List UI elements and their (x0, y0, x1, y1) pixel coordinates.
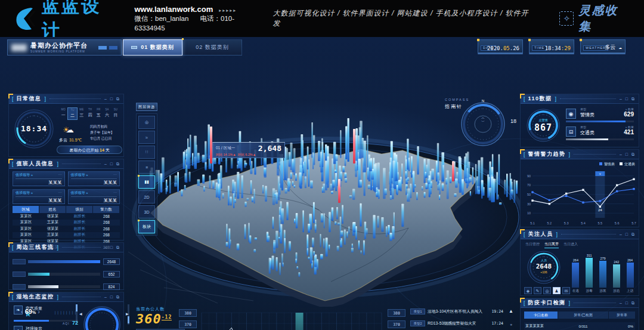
bar (572, 263, 579, 288)
wechat-text: 微信：ben_lanlan (135, 15, 189, 22)
flow-value: 2648 (103, 258, 120, 265)
scroll-up-icon[interactable]: ▲ (507, 309, 515, 314)
bar-label: 上访 (625, 289, 635, 293)
platform-subtitle: SUMMER WORKING PLATFORM (30, 50, 88, 53)
panel-window-icons[interactable]: ‒ □ ⧉ (620, 97, 636, 101)
bar-label: 涉毒 (584, 289, 595, 293)
lunar-line: 闰四月初四 (90, 124, 123, 130)
duty-table-header: 区域姓名级别警力数 (13, 206, 120, 213)
panel-window-icons[interactable]: ‒ □ ⧉ (104, 162, 120, 166)
page: 蓝蓝设计 www.lanlanwork.com▸▸▸▸▸ 微信：ben_lanl… (0, 0, 644, 330)
svg-text:5.1: 5.1 (530, 221, 535, 225)
more-icon[interactable]: ··· (58, 172, 62, 178)
noise-icon: ◖ (14, 326, 23, 330)
bar (586, 258, 593, 288)
panel-window-icons[interactable]: ‒ □ ⧉ (104, 295, 120, 300)
bar-label: 涉恐 (611, 289, 621, 293)
record-icon[interactable]: ◎ (543, 287, 551, 294)
layer-button-list[interactable]: ≡ (138, 161, 155, 174)
focus-tab[interactable]: 当日管控 (525, 242, 540, 248)
layer-button-2d[interactable]: 2D (138, 190, 155, 203)
layer-button-bar-chart[interactable]: ▮▮ (138, 175, 155, 189)
panel-window-icons[interactable]: ‒ □ ⧉ (104, 97, 120, 101)
count-bar-fill (566, 121, 626, 122)
layer-button-signal[interactable]: ≈ (138, 131, 155, 144)
checkpoint-row: 某某某某某0/3110% (524, 322, 635, 330)
office-line-chart: 024681012141618202224 (198, 307, 385, 330)
edit-icon[interactable]: ✎ (534, 287, 541, 294)
col-header[interactable]: 姓名 (39, 206, 66, 213)
week-day[interactable]: TU二 (67, 107, 77, 120)
platform-title-block: 暑期办公协作平台 SUMMER WORKING PLATFORM (7, 39, 122, 55)
checkpoint-header: 卡口名称异常/已检测异常率 (524, 312, 635, 319)
duty-leader-card[interactable]: 值班领导 »···某某某 (68, 189, 120, 204)
lanlan-logo-icon (13, 7, 37, 30)
compass-value: 18 (510, 118, 516, 124)
table-cell: 副所长 (66, 232, 93, 238)
layer-button-grid[interactable]: ∷ (138, 146, 155, 159)
clock-time: 18:34 (14, 124, 54, 133)
duty-leader-card[interactable]: 值班领导 »···某某某 (13, 189, 65, 204)
vehicle-icon[interactable]: ◈ (524, 287, 532, 294)
axis-tick: 380 (179, 309, 197, 317)
duty-name: 某某某 (16, 196, 62, 203)
site-url[interactable]: www.lanlanwork.com (135, 5, 213, 14)
svg-text:∨: ∨ (599, 172, 601, 175)
layer-button-location[interactable]: ◎ (138, 116, 155, 129)
week-day[interactable]: SA六 (103, 107, 111, 120)
week-day[interactable]: MO一 (59, 107, 67, 120)
panel-window-icons[interactable]: ‒ □ ⧉ (104, 245, 120, 250)
gauge-track-left (76, 304, 78, 325)
week-day[interactable]: FR五 (94, 107, 103, 120)
checkpoint-col-header[interactable]: 异常/已检测 (558, 312, 608, 319)
tab-data-category-1[interactable]: 01 数据类别 (123, 39, 182, 55)
layer-button-plate[interactable]: 板块 (138, 220, 155, 233)
panel-window-icons[interactable]: ‒ □ ⧉ (620, 232, 636, 237)
table-row: 某某区王某某副所长268 (13, 232, 120, 239)
focus-tab[interactable]: 当日离开 (544, 242, 559, 248)
alert-row[interactable]: 类型1湿地3-104片区有不明人员闯入19:24 (410, 307, 503, 315)
checkpoint-col-header[interactable]: 卡口名称 (524, 312, 558, 319)
flow-row: 652 (13, 270, 120, 278)
table-cell: 某某区 (13, 220, 39, 225)
panel-window-icons[interactable]: ‒ □ ⧉ (620, 301, 636, 306)
inspiration-brand[interactable]: ✧ 灵感收集 (559, 2, 631, 35)
panel-duty-info: [值班人员信息]‒ □ ⧉ 值班领导 »···某某某值班领导 »···某某某值班… (8, 159, 124, 240)
panel-window-icons[interactable]: ‒ □ ⧉ (620, 152, 636, 157)
camera-icon: ◉ (566, 109, 576, 119)
panel-focus-people: [关注人员]‒ □ ⧉ 当日管控当日离开当日进入 人员 2648 +106 ◈✎… (520, 229, 639, 296)
col-header[interactable]: 警力数 (93, 206, 119, 213)
count-bar-fill (566, 138, 608, 140)
cloud-icon: ☁ (619, 44, 622, 50)
col-header[interactable]: 区域 (13, 206, 39, 213)
data110-row: ◉类型警情类» 数量629 (566, 107, 634, 125)
duty-leader-card[interactable]: 值班领导 »···某某某 (13, 171, 65, 186)
alert-list: 类型1湿地3-104片区有不明人员闯入19:24类型2RD13-53烟感报警疑似… (410, 307, 503, 330)
col-header[interactable]: 级别 (66, 206, 92, 213)
alert-type-tag: 类型1 (410, 309, 425, 314)
bar-value: 264 (571, 258, 581, 262)
more-icon[interactable]: ··· (113, 172, 117, 178)
duty-leader-card[interactable]: 值班领导 »···某某某 (68, 171, 120, 186)
week-day[interactable]: SU日 (112, 107, 120, 120)
table-cell: 王某某 (39, 220, 66, 225)
tab-data-category-2[interactable]: 02 数据类别 (182, 39, 242, 55)
week-day[interactable]: TH四 (86, 107, 94, 120)
table-row: 某某区张某某副所长268 (13, 226, 120, 232)
axis-tick: 380 (388, 309, 405, 317)
person-icon[interactable]: ♟ (553, 287, 561, 294)
alert-row[interactable]: 类型2RD13-53烟感报警疑似火灾17:24 (410, 319, 503, 327)
panel-daily-info: [日常信息]‒ □ ⧉ 18:34 MO一TU二WE三TH四FR五SA六SU日 … (8, 94, 124, 157)
message-icon[interactable]: ✉ (562, 287, 570, 294)
alert-text: RD13-53烟感报警疑似火灾 (428, 320, 489, 326)
alert-type-tag: 类型2 (410, 320, 425, 326)
focus-bar-col: 311涉毒 (584, 254, 595, 293)
layer-button-3d[interactable]: 3D (138, 205, 155, 218)
checkpoint-col-header[interactable]: 异常率 (609, 312, 635, 319)
alert-text: 湿地3-104片区有不明人员闯入 (428, 309, 489, 314)
week-day[interactable]: WE三 (78, 107, 86, 120)
gauge-track-right (128, 304, 129, 325)
more-icon[interactable]: ··· (113, 190, 117, 196)
more-icon[interactable]: ··· (58, 190, 62, 196)
gauge-left-arrow[interactable]: ◀ (79, 312, 82, 316)
